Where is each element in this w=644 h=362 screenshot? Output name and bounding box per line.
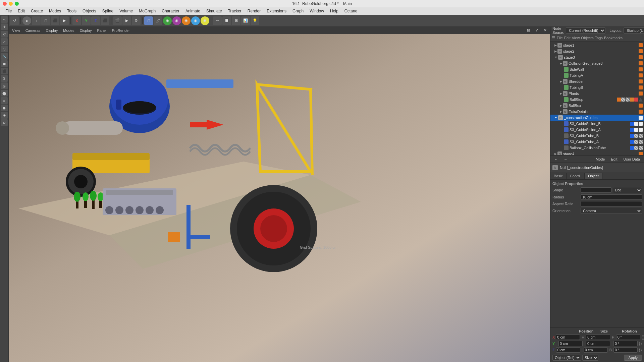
y-stepper[interactable]: ⟨⟩ bbox=[639, 341, 642, 346]
menu-edit[interactable]: Edit bbox=[15, 8, 28, 14]
orientation-dropdown[interactable]: Camera World bbox=[581, 208, 642, 214]
obj-bookmarks-btn[interactable]: Bookmarks bbox=[604, 36, 623, 40]
rot-b-input[interactable] bbox=[613, 347, 638, 353]
tool-obj[interactable]: ⬛ bbox=[51, 16, 59, 25]
pos-x-input[interactable] bbox=[556, 335, 580, 340]
obj-row-constructionguides[interactable]: ▼ N _constructionGuides bbox=[550, 115, 644, 121]
shape-value1-input[interactable] bbox=[581, 187, 611, 193]
z-stepper[interactable]: ⟨⟩ bbox=[639, 348, 642, 353]
menu-window[interactable]: Window bbox=[307, 8, 327, 14]
vt-close[interactable]: ✕ bbox=[542, 28, 548, 33]
obj-row-stage3[interactable]: ▼ N stage3 bbox=[550, 54, 644, 60]
window-controls[interactable] bbox=[3, 2, 19, 6]
arrow-stage3[interactable]: ▼ bbox=[554, 56, 557, 59]
tool-10[interactable]: ⚙ bbox=[1, 119, 8, 126]
obj-file-btn[interactable]: File bbox=[557, 36, 563, 40]
vt-display[interactable]: Display bbox=[44, 28, 59, 33]
undo-button[interactable]: ↺ bbox=[10, 16, 19, 25]
grid-icon[interactable]: ⊞ bbox=[232, 16, 240, 25]
obj-row-tubingb[interactable]: TubingB bbox=[550, 84, 644, 90]
tool-polys[interactable]: ◻ bbox=[41, 16, 50, 25]
anim-icon[interactable]: ◉ bbox=[182, 16, 191, 25]
tool-7[interactable]: ≡ bbox=[1, 97, 8, 104]
obj-row-shredder[interactable]: ▶ N Shredder bbox=[550, 78, 644, 84]
obj-row-stage2[interactable]: ▶ N stage2 bbox=[550, 48, 644, 54]
sim-icon[interactable]: ◉ bbox=[191, 16, 200, 25]
tool-4[interactable]: $ bbox=[1, 75, 8, 82]
tool-3[interactable]: ⬛ bbox=[1, 68, 8, 74]
light-icon-tb[interactable]: 💡 bbox=[251, 16, 259, 25]
userdata-tab[interactable]: User Data bbox=[621, 157, 643, 162]
menu-character[interactable]: Character bbox=[159, 8, 182, 14]
maximize-button[interactable] bbox=[15, 2, 19, 6]
tool-select[interactable]: ↖ bbox=[1, 16, 8, 23]
nav-back[interactable]: ← bbox=[552, 156, 560, 163]
shape-dropdown[interactable]: Dot Circle Square bbox=[613, 187, 642, 193]
obj-row-stage1[interactable]: ▶ N stage1 bbox=[550, 42, 644, 48]
menu-create[interactable]: Create bbox=[28, 8, 46, 14]
menu-spline[interactable]: Spline bbox=[100, 8, 116, 14]
viewport-canvas[interactable]: Perspective RRCG RRCG RRCG RRCG RRCG bbox=[9, 34, 550, 362]
vt-display2[interactable]: Display bbox=[78, 28, 93, 33]
mode-tab[interactable]: Mode bbox=[593, 157, 608, 162]
nav-fwd[interactable]: → bbox=[561, 156, 570, 163]
model-icon[interactable]: ◻ bbox=[144, 16, 153, 25]
tab-basic[interactable]: Basic bbox=[550, 173, 567, 179]
render-view[interactable]: 🎬 bbox=[113, 16, 122, 25]
tool-8[interactable]: ⬣ bbox=[1, 105, 8, 111]
axis-z[interactable]: Z bbox=[91, 16, 100, 25]
menu-simulate[interactable]: Simulate bbox=[204, 8, 225, 14]
obj-row-ballbox[interactable]: ▶ N BallBox bbox=[550, 103, 644, 109]
vt-maximize[interactable]: ⊡ bbox=[526, 28, 531, 33]
menu-octane[interactable]: Octane bbox=[342, 8, 360, 14]
arrow-stage2[interactable]: ▶ bbox=[554, 50, 557, 53]
menu-objects[interactable]: Objects bbox=[80, 8, 99, 14]
obj-row-s3guidetubea[interactable]: S3_GuideTube_A bbox=[550, 139, 644, 145]
menu-tracker[interactable]: Tracker bbox=[225, 8, 244, 14]
tb-extra[interactable]: ⬛ bbox=[101, 16, 109, 25]
obj-row-ballboxcollisiontube[interactable]: Ballbox_CollisionTube bbox=[550, 145, 644, 151]
tool-6[interactable]: ⬤ bbox=[1, 90, 8, 97]
edit-tab[interactable]: Edit bbox=[608, 157, 620, 162]
node-space-select[interactable]: Current (Redshift) bbox=[566, 27, 605, 34]
vfx-icon[interactable]: ◉ bbox=[201, 16, 209, 25]
rot-p-input[interactable] bbox=[616, 335, 640, 340]
obj-objects-btn[interactable]: Objects bbox=[581, 36, 593, 40]
obj-menu-icon[interactable]: ☰ bbox=[552, 36, 555, 40]
menu-volume[interactable]: Volume bbox=[117, 8, 136, 14]
x-stepper[interactable]: ⟨⟩ bbox=[641, 335, 644, 340]
pos-y-input[interactable] bbox=[558, 341, 583, 346]
vt-expand[interactable]: ⤢ bbox=[534, 28, 540, 33]
sculpt-icon[interactable]: 🖊 bbox=[154, 16, 162, 25]
obj-row-collisiongeo[interactable]: ▶ N CollisionGeo_stage3 bbox=[550, 60, 644, 66]
paint-icon[interactable]: ✏ bbox=[213, 16, 222, 25]
axis-y[interactable]: Y bbox=[82, 16, 91, 25]
tool-poly[interactable]: ⬡ bbox=[1, 46, 8, 52]
menu-mograph[interactable]: MoGraph bbox=[136, 8, 158, 14]
apply-button[interactable]: Apply bbox=[624, 355, 642, 361]
coord-system-select[interactable]: Object (Rel) World bbox=[552, 355, 581, 361]
obj-row-stage4[interactable]: ▶ N stage4 bbox=[550, 151, 644, 156]
tool-edges[interactable]: + bbox=[32, 16, 41, 25]
layout-select[interactable]: Startup (User) bbox=[624, 27, 644, 34]
tool-9[interactable]: ✺ bbox=[1, 112, 8, 119]
arrow-constructionguides[interactable]: ▼ bbox=[554, 116, 557, 119]
arrow-collisiongeo[interactable]: ▶ bbox=[560, 62, 562, 65]
obj-row-s3guidesplineb[interactable]: S3_GuideSpline_B bbox=[550, 121, 644, 127]
obj-view-btn[interactable]: View bbox=[572, 36, 580, 40]
size-h-input[interactable] bbox=[586, 335, 610, 340]
snap-icon[interactable]: 🔲 bbox=[222, 16, 231, 25]
tool-move[interactable]: ✛ bbox=[1, 23, 8, 30]
rot-blank-input[interactable] bbox=[613, 341, 638, 346]
size-blank2-input[interactable] bbox=[584, 347, 608, 353]
menu-graph[interactable]: Graph bbox=[290, 8, 306, 14]
hud-icon[interactable]: 📊 bbox=[241, 16, 250, 25]
obj-row-tubinga[interactable]: TubingA bbox=[550, 72, 644, 78]
obj-edit-btn[interactable]: Edit bbox=[564, 36, 571, 40]
settings-btn[interactable]: ⚙ bbox=[132, 16, 141, 25]
minimize-button[interactable] bbox=[9, 2, 13, 6]
obj-row-s3guidesplinea[interactable]: S3_GuideSpline_A bbox=[550, 127, 644, 133]
vt-view[interactable]: View bbox=[11, 28, 21, 33]
menu-tools[interactable]: Tools bbox=[64, 8, 79, 14]
obj-tags-btn[interactable]: Tags bbox=[595, 36, 603, 40]
